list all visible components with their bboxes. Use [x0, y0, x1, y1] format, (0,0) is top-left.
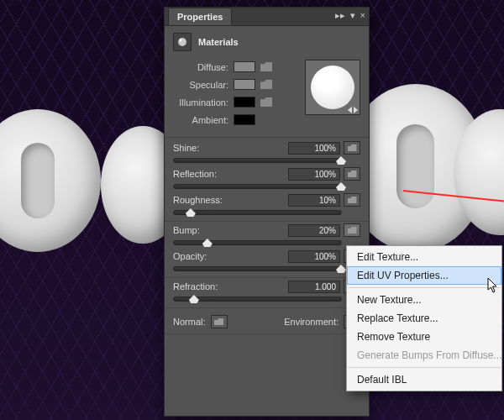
reflection-value[interactable]: 100% — [288, 168, 340, 181]
illumination-swatch[interactable] — [234, 97, 255, 108]
shine-texture-button[interactable] — [344, 141, 360, 155]
bump-slider[interactable] — [173, 240, 342, 245]
menu-default-ibl[interactable]: Default IBL — [347, 370, 501, 389]
panel-tabbar: Properties ▸▸ ▾ × — [165, 8, 369, 26]
shine-value[interactable]: 100% — [288, 142, 340, 155]
slider-knob[interactable] — [336, 265, 346, 273]
svg-point-0 — [178, 38, 186, 46]
illumination-label: Illumination: — [173, 97, 234, 108]
menu-edit-texture[interactable]: Edit Texture... — [347, 248, 501, 266]
slider-knob[interactable] — [189, 295, 199, 303]
environment-label: Environment: — [284, 317, 339, 327]
divider — [165, 307, 369, 308]
divider — [165, 277, 369, 278]
shine-slider[interactable] — [173, 158, 342, 163]
menu-separator — [348, 287, 501, 288]
bump-value[interactable]: 20% — [288, 224, 340, 237]
shine-label: Shine: — [173, 143, 288, 153]
roughness-value[interactable]: 10% — [288, 194, 340, 207]
bump-texture-button[interactable] — [344, 223, 360, 237]
texture-context-menu: Edit Texture... Edit UV Properties... Ne… — [346, 245, 502, 391]
illumination-texture-icon[interactable] — [260, 97, 272, 107]
menu-edit-uv-properties[interactable]: Edit UV Properties... — [347, 266, 501, 285]
panel-collapse-icon[interactable]: ▸▸ — [335, 10, 345, 21]
mesh-object — [0, 109, 101, 252]
roughness-slider[interactable] — [173, 210, 342, 215]
slider-knob[interactable] — [202, 239, 213, 247]
slider-knob[interactable] — [336, 182, 346, 191]
normal-label: Normal: — [173, 317, 206, 327]
reflection-label: Reflection: — [173, 169, 288, 179]
cursor-icon — [487, 277, 499, 294]
menu-remove-texture[interactable]: Remove Texture — [347, 328, 501, 346]
svg-point-1 — [180, 39, 182, 42]
diffuse-texture-icon[interactable] — [260, 62, 272, 71]
specular-texture-icon[interactable] — [260, 80, 272, 89]
bump-label: Bump: — [173, 225, 288, 235]
slider-knob[interactable] — [336, 156, 346, 165]
divider — [165, 221, 369, 222]
preview-prev-icon[interactable] — [348, 107, 352, 113]
refraction-slider[interactable] — [173, 297, 342, 302]
slider-knob[interactable] — [186, 208, 196, 217]
menu-new-texture[interactable]: New Texture... — [347, 291, 501, 309]
divider — [165, 333, 369, 334]
reflection-slider[interactable] — [173, 184, 342, 189]
specular-swatch[interactable] — [234, 79, 255, 90]
normal-texture-button[interactable] — [211, 315, 228, 328]
ambient-swatch[interactable] — [234, 114, 255, 125]
opacity-value[interactable]: 100% — [288, 250, 340, 263]
preview-next-icon[interactable] — [354, 107, 358, 113]
specular-label: Specular: — [173, 80, 234, 90]
panel-close-icon[interactable]: × — [360, 10, 365, 21]
panel-menu-icon[interactable]: ▾ — [350, 10, 355, 21]
materials-section-icon[interactable] — [173, 33, 192, 51]
menu-generate-bumps: Generate Bumps From Diffuse... — [347, 346, 501, 365]
roughness-texture-button[interactable] — [344, 193, 360, 207]
material-preview[interactable] — [305, 60, 360, 115]
menu-replace-texture[interactable]: Replace Texture... — [347, 309, 501, 328]
refraction-label: Refraction: — [173, 281, 288, 291]
opacity-label: Opacity: — [173, 251, 288, 261]
diffuse-swatch[interactable] — [234, 61, 255, 72]
menu-separator — [348, 367, 501, 368]
properties-panel: Properties ▸▸ ▾ × Materials Diffuse: Spe… — [164, 7, 370, 417]
ambient-label: Ambient: — [173, 115, 234, 125]
tab-properties[interactable]: Properties — [168, 8, 232, 25]
section-title: Materials — [198, 37, 239, 47]
reflection-texture-button[interactable] — [344, 167, 360, 181]
diffuse-label: Diffuse: — [173, 62, 234, 72]
refraction-value[interactable]: 1.000 — [288, 281, 340, 293]
opacity-slider[interactable] — [173, 266, 342, 271]
roughness-label: Roughness: — [173, 195, 288, 205]
